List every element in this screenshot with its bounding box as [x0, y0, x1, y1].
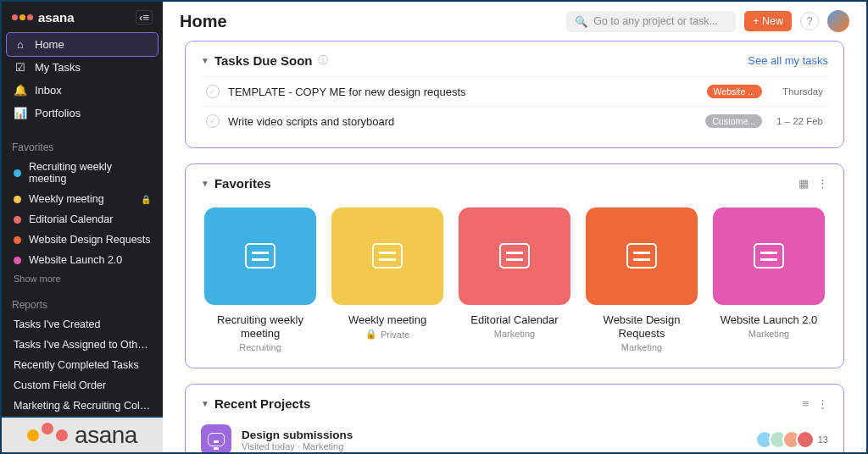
nav-portfolios[interactable]: 📊 Portfolios — [7, 102, 158, 125]
bell-icon: 🔔 — [14, 84, 27, 97]
recent-project-sub: Visited today · Marketing — [242, 441, 353, 451]
project-tile-icon — [201, 424, 231, 452]
panel-title: Recent Projects — [214, 396, 310, 411]
favorite-card-editorial[interactable]: Editorial Calendar Marketing — [459, 208, 570, 352]
board-icon — [626, 243, 657, 269]
collapse-sidebar-icon[interactable]: ‹≡ — [136, 10, 153, 25]
favorite-card-recruiting-weekly[interactable]: Recruiting weekly meeting Recruiting — [204, 208, 316, 352]
nav-inbox[interactable]: 🔔 Inbox — [7, 79, 158, 102]
recent-projects-panel: ▼ Recent Projects ≡ ⋮ Design submissions… — [185, 384, 844, 452]
favorite-card-sub: Marketing — [621, 342, 662, 352]
favorite-card-title: Editorial Calendar — [470, 313, 558, 327]
topbar: Home 🔍 Go to any project or task... + Ne… — [163, 2, 866, 36]
see-all-tasks-link[interactable]: See all my tasks — [748, 54, 828, 67]
task-row[interactable]: ✓ Write video scripts and storyboard Cus… — [201, 106, 828, 136]
report-custom-field-order[interactable]: Custom Field Order — [7, 375, 158, 396]
sidebar-favorites-header: Favorites — [2, 133, 163, 157]
project-dot-icon — [14, 196, 21, 203]
sidebar: asana ‹≡ ⌂ Home ☑ My Tasks 🔔 Inbox 📊 Por… — [2, 2, 163, 452]
more-icon[interactable]: ⋮ — [817, 397, 828, 410]
favorite-card-title: Website Launch 2.0 — [721, 313, 818, 327]
nav-label: Portfolios — [35, 107, 81, 119]
new-button[interactable]: + New — [744, 11, 792, 31]
info-icon[interactable]: ⓘ — [318, 53, 328, 68]
asana-banner-text: asana — [75, 422, 137, 449]
recent-project-row[interactable]: Design submissions Visited today · Marke… — [201, 419, 828, 452]
favorite-card-sub: 🔒Private — [365, 329, 409, 340]
member-avatar — [796, 430, 815, 449]
project-dot-icon — [14, 236, 21, 244]
global-search[interactable]: 🔍 Go to any project or task... — [566, 11, 736, 32]
sidebar-reports-list: Tasks I've Created Tasks I've Assigned t… — [2, 314, 163, 416]
lock-icon: 🔒 — [365, 329, 377, 340]
show-more-link[interactable]: Show more — [2, 270, 163, 291]
project-dot-icon — [14, 169, 21, 177]
grid-view-icon[interactable]: ▦ — [798, 177, 809, 190]
report-tasks-created[interactable]: Tasks I've Created — [7, 314, 158, 335]
content-scroll: ▼ Tasks Due Soon ⓘ See all my tasks ✓ TE… — [163, 36, 866, 452]
nav-home[interactable]: ⌂ Home — [7, 33, 158, 56]
nav-label: Inbox — [35, 84, 62, 97]
main-area: Home 🔍 Go to any project or task... + Ne… — [163, 2, 866, 452]
task-check-icon[interactable]: ✓ — [206, 114, 220, 128]
task-name: Write video scripts and storyboard — [228, 115, 697, 128]
list-icon — [499, 243, 530, 269]
chevron-down-icon[interactable]: ▼ — [201, 179, 209, 188]
brand-name: asana — [38, 10, 75, 25]
favorites-panel: ▼ Favorites ▦ ⋮ Recruiting weekly meetin… — [185, 163, 844, 368]
asana-dots-icon — [12, 14, 33, 20]
list-icon — [245, 243, 275, 269]
favorite-card-sub: Marketing — [494, 329, 535, 339]
favorite-card-website-launch[interactable]: Website Launch 2.0 Marketing — [713, 208, 825, 352]
recent-project-title: Design submissions — [242, 429, 353, 441]
sidebar-fav-website-design[interactable]: Website Design Requests — [7, 230, 158, 250]
brand-logo[interactable]: asana — [12, 10, 75, 25]
favorite-card-sub: Marketing — [748, 329, 789, 339]
sidebar-favorites-list: Recruiting weekly meeting Weekly meeting… — [2, 157, 163, 270]
tasks-due-soon-panel: ▼ Tasks Due Soon ⓘ See all my tasks ✓ TE… — [185, 41, 844, 148]
bar-chart-icon: 📊 — [14, 107, 27, 119]
chevron-down-icon[interactable]: ▼ — [201, 56, 209, 65]
project-members[interactable]: 13 — [760, 430, 828, 449]
project-tag[interactable]: Website ... — [707, 85, 762, 98]
list-view-icon[interactable]: ≡ — [802, 397, 809, 410]
project-dot-icon — [14, 216, 21, 224]
sidebar-reports-header: Reports — [2, 291, 163, 314]
project-tag[interactable]: Custome... — [705, 114, 762, 128]
sidebar-fav-recruiting-weekly[interactable]: Recruiting weekly meeting — [7, 157, 158, 189]
panel-title: Favorites — [214, 176, 271, 191]
asana-logo-icon — [27, 429, 68, 441]
favorite-card-website-design[interactable]: Website Design Requests Marketing — [586, 208, 698, 352]
list-icon — [208, 433, 225, 446]
favorite-card-title: Weekly meeting — [348, 313, 426, 327]
help-button[interactable]: ? — [800, 12, 819, 30]
page-title: Home — [180, 12, 227, 31]
home-icon: ⌂ — [14, 38, 27, 51]
report-recently-completed[interactable]: Recently Completed Tasks — [7, 355, 158, 375]
main-nav: ⌂ Home ☑ My Tasks 🔔 Inbox 📊 Portfolios — [2, 30, 163, 133]
report-marketing-recruiting[interactable]: Marketing & Recruiting Collab... — [7, 396, 158, 416]
asana-banner: asana — [2, 416, 163, 452]
sidebar-fav-website-launch[interactable]: Website Launch 2.0 — [7, 250, 158, 270]
task-check-icon[interactable]: ✓ — [206, 85, 220, 98]
favorite-card-weekly-meeting[interactable]: Weekly meeting 🔒Private — [331, 208, 443, 352]
list-view-icon[interactable]: ⋮ — [817, 177, 828, 190]
task-name: TEMPLATE - COPY ME for new design reques… — [228, 86, 698, 98]
chevron-down-icon[interactable]: ▼ — [201, 399, 209, 408]
task-row[interactable]: ✓ TEMPLATE - COPY ME for new design requ… — [201, 76, 828, 106]
panel-title: Tasks Due Soon — [214, 53, 313, 68]
project-dot-icon — [14, 257, 21, 264]
favorite-card-title: Website Design Requests — [586, 313, 698, 341]
user-avatar[interactable] — [827, 10, 849, 32]
list-icon — [754, 243, 784, 269]
sidebar-fav-editorial[interactable]: Editorial Calendar — [7, 209, 158, 230]
search-placeholder: Go to any project or task... — [593, 15, 718, 27]
list-icon — [372, 243, 403, 269]
report-tasks-assigned[interactable]: Tasks I've Assigned to Others — [7, 335, 158, 355]
task-due-date: Thursday — [771, 86, 823, 97]
favorite-card-title: Recruiting weekly meeting — [204, 313, 316, 341]
nav-my-tasks[interactable]: ☑ My Tasks — [7, 56, 158, 79]
sidebar-fav-weekly-meeting[interactable]: Weekly meeting🔒 — [7, 189, 158, 209]
member-count: 13 — [818, 435, 828, 445]
check-circle-icon: ☑ — [14, 61, 27, 74]
